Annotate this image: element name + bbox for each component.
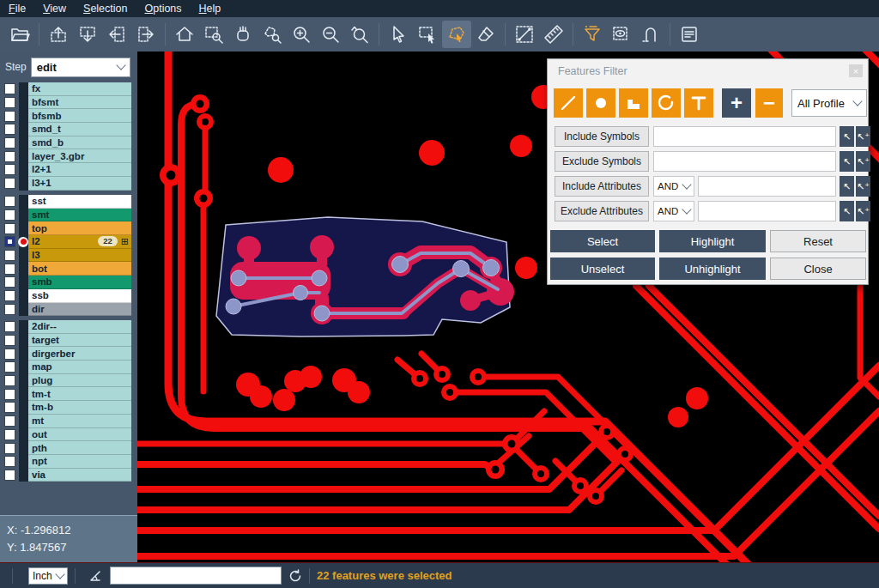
close-button[interactable]: Close [770,258,866,280]
layer-row-plug[interactable]: plug [0,374,137,388]
layer-visibility-checkbox[interactable] [4,375,15,386]
pan-right-button[interactable] [131,21,161,48]
layer-name-cell[interactable]: smd_b [28,136,131,150]
layer-row-2dir--[interactable]: 2dir-- [0,320,137,334]
pick-attribute-button[interactable]: ↖ [840,176,854,197]
layer-name-cell[interactable]: l2+1 [28,163,131,177]
layer-name-cell[interactable]: out [28,428,131,442]
layer-row-dir[interactable]: dir [0,303,137,317]
unselect-button[interactable]: Unselect [550,258,655,280]
layer-visibility-checkbox[interactable] [4,349,15,360]
layer-name-cell[interactable]: 2dir-- [28,320,131,334]
layer-visibility-checkbox[interactable] [4,429,15,440]
angle-measure-icon[interactable] [89,569,103,583]
highlight-button[interactable]: Highlight [659,230,766,252]
layer-visibility-checkbox[interactable] [4,236,15,247]
exclude-attributes-button[interactable]: Exclude Attributes [555,201,649,221]
layer-visibility-checkbox[interactable] [4,456,15,467]
select-button[interactable]: Select [550,230,655,252]
filter-arc-button[interactable] [652,88,681,118]
features-filter-button[interactable] [578,21,607,48]
pan-up-button[interactable] [44,21,73,48]
layer-name-cell[interactable]: bot [28,262,131,276]
layer-visibility-checkbox[interactable] [4,164,15,175]
zoom-object-button[interactable] [258,21,287,48]
layer-name-cell[interactable]: dirgerber [28,347,131,361]
zoom-home-button[interactable] [170,21,199,48]
selection-region[interactable] [216,217,514,336]
layer-row-bfsmt[interactable]: bfsmt [0,96,137,110]
layer-name-cell[interactable]: l3+1 [28,177,131,191]
layer-row-npt[interactable]: npt [0,455,137,469]
layer-visibility-checkbox[interactable] [4,223,15,234]
layer-row-smb[interactable]: smb [0,276,137,289]
layer-name-cell[interactable]: pth [28,441,131,455]
layer-name-cell[interactable]: dir [28,303,131,317]
layer-visibility-checkbox[interactable] [4,83,15,94]
filter-text-button[interactable] [684,88,713,118]
layer-row-bfsmb[interactable]: bfsmb [0,109,137,123]
measure-distance-button[interactable] [510,21,539,48]
profile-select[interactable]: All Profile [791,89,867,117]
filter-pad-button[interactable] [586,88,615,118]
layer-row-mt[interactable]: mt [0,415,137,428]
layer-name-cell[interactable]: mt [28,415,131,428]
menu-selection[interactable]: Selection [75,1,136,16]
select-rectangle-button[interactable] [413,21,442,48]
filter-line-button[interactable] [554,88,583,118]
zoom-in-button[interactable] [287,21,316,48]
layer-row-top[interactable]: top [0,221,137,235]
layer-name-cell[interactable]: l222⊞ [28,235,131,249]
open-file-button[interactable] [5,21,34,48]
layer-name-cell[interactable]: fx [28,82,131,96]
include-attributes-button[interactable]: Include Attributes [555,176,649,197]
include-attributes-op-select[interactable]: AND [653,176,694,197]
layer-visibility-checkbox[interactable] [4,151,15,162]
layer-name-cell[interactable]: smt [28,209,131,222]
include-symbols-input[interactable] [653,126,836,147]
clear-selection-button[interactable] [471,21,500,48]
layer-row-smt[interactable]: smt [0,209,137,222]
exclude-symbols-button[interactable]: Exclude Symbols [555,151,649,172]
layer-row-l2[interactable]: l222⊞ [0,235,137,249]
layer-row-pth[interactable]: pth [0,441,137,455]
layer-name-cell[interactable]: smd_t [28,123,131,136]
sync-icon[interactable] [288,569,302,583]
menu-help[interactable]: Help [191,1,230,16]
layer-name-cell[interactable]: top [28,221,131,235]
layer-name-cell[interactable]: tm-t [28,387,131,401]
layer-row-layer_3.gbr[interactable]: layer_3.gbr [0,149,137,163]
exclude-attributes-input[interactable] [698,201,836,221]
layer-visibility-checkbox[interactable] [4,290,15,301]
layer-row-fx[interactable]: fx [0,82,137,96]
layer-row-ssb[interactable]: ssb [0,289,137,303]
layer-name-cell[interactable]: layer_3.gbr [28,149,131,163]
layer-row-target[interactable]: target [0,334,137,348]
layer-visibility-checkbox[interactable] [4,361,15,373]
feature-info-button[interactable] [675,21,704,48]
layer-name-cell[interactable]: via [28,469,131,482]
layer-visibility-checkbox[interactable] [4,335,15,346]
net-trace-button[interactable] [636,21,665,48]
layer-visibility-checkbox[interactable] [4,402,15,413]
layer-visibility-checkbox[interactable] [4,196,15,207]
pick-add-symbol-button[interactable]: ↖⁺ [856,126,870,147]
pick-symbol-button[interactable]: ↖ [840,151,854,172]
layer-visibility-checkbox[interactable] [4,97,15,108]
step-select[interactable]: edit [31,58,130,77]
measure-ruler-button[interactable] [539,21,568,48]
layer-row-out[interactable]: out [0,428,137,442]
include-symbols-button[interactable]: Include Symbols [555,126,649,147]
layer-row-dirgerber[interactable]: dirgerber [0,347,137,361]
layer-row-via[interactable]: via [0,469,137,482]
layer-visibility-checkbox[interactable] [4,276,15,288]
unit-select[interactable]: Inch [28,567,68,585]
layer-visibility-checkbox[interactable] [4,304,15,315]
layer-row-bot[interactable]: bot [0,262,137,276]
pick-add-attribute-button[interactable]: ↖⁺ [856,176,870,197]
layer-display-button[interactable] [607,21,636,48]
layer-name-cell[interactable]: ssb [28,289,131,303]
layer-row-tm-b[interactable]: tm-b [0,401,137,415]
layer-name-cell[interactable]: map [28,361,131,374]
layer-visibility-checkbox[interactable] [4,178,15,189]
